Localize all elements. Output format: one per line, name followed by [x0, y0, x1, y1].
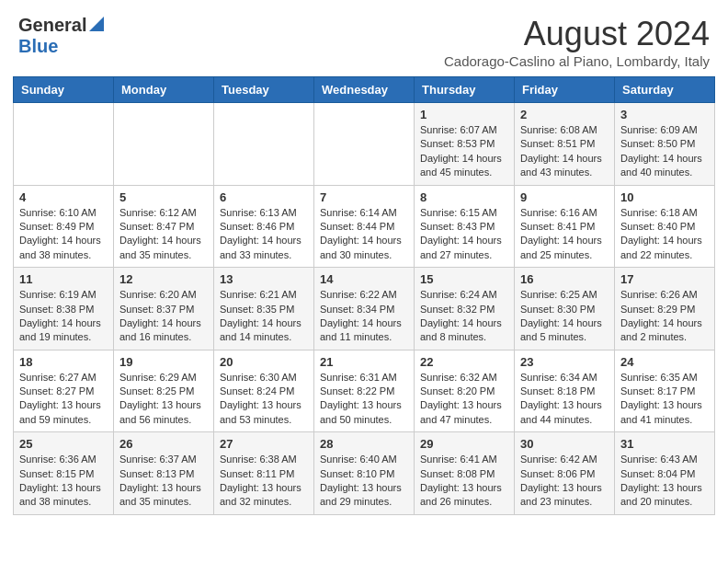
day-cell-5: 5Sunrise: 6:12 AMSunset: 8:47 PMDaylight… [114, 185, 214, 268]
day-info: Sunrise: 6:43 AM [620, 453, 709, 466]
day-number: 18 [19, 355, 108, 369]
day-info: Sunset: 8:10 PM [320, 467, 408, 481]
day-info: Sunset: 8:32 PM [420, 303, 508, 316]
day-info: Sunrise: 6:35 AM [620, 371, 709, 385]
day-info: Sunset: 8:44 PM [320, 220, 408, 234]
day-cell-19: 19Sunrise: 6:29 AMSunset: 8:25 PMDayligh… [114, 350, 214, 432]
day-info: Sunset: 8:43 PM [420, 220, 508, 234]
day-info: Daylight: 13 hours and 59 minutes. [19, 398, 108, 427]
day-cell-22: 22Sunrise: 6:32 AMSunset: 8:20 PMDayligh… [415, 350, 515, 432]
day-number: 11 [19, 272, 108, 286]
day-number: 1 [420, 108, 508, 121]
day-info: Sunrise: 6:30 AM [220, 371, 308, 385]
day-info: Sunset: 8:29 PM [620, 303, 709, 316]
day-info: Sunrise: 6:36 AM [19, 453, 108, 466]
day-info: Sunrise: 6:34 AM [520, 371, 609, 385]
day-info: Sunset: 8:41 PM [520, 220, 609, 234]
day-cell-10: 10Sunrise: 6:18 AMSunset: 8:40 PMDayligh… [615, 185, 715, 268]
day-info: Daylight: 13 hours and 23 minutes. [520, 481, 609, 510]
day-cell-23: 23Sunrise: 6:34 AMSunset: 8:18 PMDayligh… [515, 350, 615, 432]
day-number: 12 [119, 272, 208, 286]
day-cell-20: 20Sunrise: 6:30 AMSunset: 8:24 PMDayligh… [214, 350, 314, 432]
col-header-wednesday: Wednesday [314, 77, 415, 103]
day-number: 9 [520, 190, 609, 204]
day-info: Daylight: 14 hours and 16 minutes. [119, 316, 208, 345]
week-row-5: 25Sunrise: 6:36 AMSunset: 8:15 PMDayligh… [14, 432, 715, 515]
day-info: Daylight: 14 hours and 22 minutes. [620, 234, 709, 262]
day-info: Sunrise: 6:29 AM [119, 371, 208, 385]
day-info: Daylight: 14 hours and 27 minutes. [420, 234, 508, 262]
day-info: Sunrise: 6:08 AM [520, 123, 609, 137]
day-cell-11: 11Sunrise: 6:19 AMSunset: 8:38 PMDayligh… [14, 268, 114, 350]
day-cell-9: 9Sunrise: 6:16 AMSunset: 8:41 PMDaylight… [515, 185, 615, 268]
day-info: Daylight: 13 hours and 20 minutes. [620, 481, 709, 510]
day-cell-30: 30Sunrise: 6:42 AMSunset: 8:06 PMDayligh… [515, 432, 615, 515]
day-info: Sunrise: 6:09 AM [620, 123, 709, 137]
day-cell-24: 24Sunrise: 6:35 AMSunset: 8:17 PMDayligh… [615, 350, 715, 432]
day-info: Sunrise: 6:37 AM [119, 453, 208, 466]
day-number: 31 [620, 437, 709, 451]
day-info: Sunset: 8:50 PM [620, 137, 709, 151]
page-header: General Blue August 2024 Cadorago-Caslin… [0, 0, 728, 76]
day-info: Sunset: 8:40 PM [620, 220, 709, 234]
day-info: Daylight: 14 hours and 43 minutes. [520, 152, 609, 180]
day-number: 19 [119, 355, 208, 369]
day-info: Daylight: 13 hours and 53 minutes. [220, 398, 308, 427]
day-info: Sunset: 8:35 PM [220, 303, 308, 316]
title-block: August 2024 Cadorago-Caslino al Piano, L… [444, 15, 710, 69]
day-number: 8 [420, 190, 508, 204]
col-header-monday: Monday [114, 77, 214, 103]
day-number: 26 [119, 437, 208, 451]
day-cell-empty-3 [314, 103, 415, 186]
day-info: Sunset: 8:53 PM [420, 137, 508, 151]
calendar-table: SundayMondayTuesdayWednesdayThursdayFrid… [13, 76, 715, 515]
col-header-thursday: Thursday [415, 77, 515, 103]
day-info: Sunset: 8:38 PM [19, 303, 108, 316]
day-cell-27: 27Sunrise: 6:38 AMSunset: 8:11 PMDayligh… [214, 432, 314, 515]
day-info: Sunset: 8:34 PM [320, 303, 408, 316]
day-info: Sunrise: 6:12 AM [119, 206, 208, 220]
day-cell-4: 4Sunrise: 6:10 AMSunset: 8:49 PMDaylight… [14, 185, 114, 268]
day-info: Daylight: 14 hours and 2 minutes. [620, 316, 709, 345]
day-cell-18: 18Sunrise: 6:27 AMSunset: 8:27 PMDayligh… [14, 350, 114, 432]
day-number: 7 [320, 190, 408, 204]
day-info: Daylight: 13 hours and 26 minutes. [420, 481, 508, 510]
day-info: Sunrise: 6:16 AM [520, 206, 609, 220]
day-info: Daylight: 13 hours and 35 minutes. [119, 481, 208, 510]
day-cell-14: 14Sunrise: 6:22 AMSunset: 8:34 PMDayligh… [314, 268, 415, 350]
day-info: Sunrise: 6:10 AM [19, 206, 108, 220]
day-info: Sunset: 8:17 PM [620, 385, 709, 398]
day-cell-25: 25Sunrise: 6:36 AMSunset: 8:15 PMDayligh… [14, 432, 114, 515]
day-info: Sunrise: 6:18 AM [620, 206, 709, 220]
day-number: 30 [520, 437, 609, 451]
day-info: Sunset: 8:04 PM [620, 467, 709, 481]
day-info: Daylight: 14 hours and 35 minutes. [119, 234, 208, 262]
day-info: Sunset: 8:30 PM [520, 303, 609, 316]
day-cell-17: 17Sunrise: 6:26 AMSunset: 8:29 PMDayligh… [615, 268, 715, 350]
day-info: Sunset: 8:11 PM [220, 467, 308, 481]
day-info: Daylight: 13 hours and 32 minutes. [220, 481, 308, 510]
day-info: Sunrise: 6:19 AM [19, 288, 108, 302]
day-info: Sunrise: 6:42 AM [520, 453, 609, 466]
week-row-4: 18Sunrise: 6:27 AMSunset: 8:27 PMDayligh… [14, 350, 715, 432]
day-info: Daylight: 14 hours and 25 minutes. [520, 234, 609, 262]
day-info: Sunset: 8:27 PM [19, 385, 108, 398]
col-header-tuesday: Tuesday [214, 77, 314, 103]
logo: General Blue [18, 15, 104, 57]
day-number: 20 [220, 355, 308, 369]
day-cell-28: 28Sunrise: 6:40 AMSunset: 8:10 PMDayligh… [314, 432, 415, 515]
day-info: Daylight: 13 hours and 56 minutes. [119, 398, 208, 427]
day-info: Sunrise: 6:14 AM [320, 206, 408, 220]
day-info: Daylight: 14 hours and 8 minutes. [420, 316, 508, 345]
day-info: Sunset: 8:18 PM [520, 385, 609, 398]
week-row-1: 1Sunrise: 6:07 AMSunset: 8:53 PMDaylight… [14, 103, 715, 186]
week-row-3: 11Sunrise: 6:19 AMSunset: 8:38 PMDayligh… [14, 268, 715, 350]
day-number: 22 [420, 355, 508, 369]
logo-general: General [18, 15, 86, 36]
day-info: Sunset: 8:06 PM [520, 467, 609, 481]
day-info: Sunset: 8:15 PM [19, 467, 108, 481]
day-info: Daylight: 13 hours and 47 minutes. [420, 398, 508, 427]
day-info: Sunset: 8:22 PM [320, 385, 408, 398]
day-number: 29 [420, 437, 508, 451]
day-number: 13 [220, 272, 308, 286]
